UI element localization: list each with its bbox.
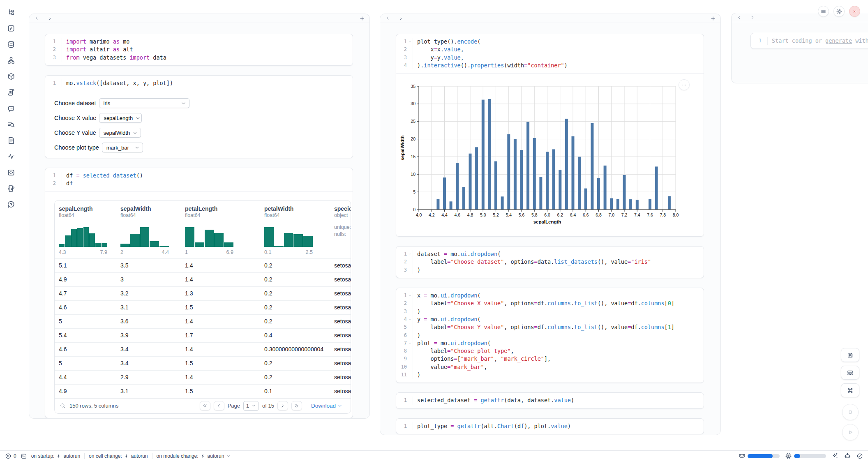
table-search-icon[interactable] bbox=[60, 403, 66, 409]
control-label: Choose X value bbox=[54, 115, 96, 121]
sidebar-functions-button[interactable] bbox=[7, 24, 15, 32]
sidebar-chat-button[interactable] bbox=[7, 104, 15, 113]
stop-button[interactable] bbox=[842, 404, 859, 420]
download-button[interactable]: Download bbox=[309, 402, 345, 409]
column-prev-button[interactable] bbox=[33, 15, 40, 22]
table-row[interactable]: 5.43.91.70.4setosa bbox=[55, 328, 351, 342]
column-histogram[interactable] bbox=[264, 221, 313, 247]
notebook-cell-plot-cell[interactable]: 1plot_type().encode(2 x=x.value,3 y=y.va… bbox=[396, 34, 704, 237]
code-editor[interactable]: 1x = mo.ui.dropdown(2 label="Choose X va… bbox=[396, 288, 704, 383]
sidebar-documentation-button[interactable] bbox=[7, 136, 15, 145]
run-all-button[interactable] bbox=[842, 424, 859, 440]
column-header[interactable]: sepalLengthfloat644.37.9 bbox=[59, 205, 120, 258]
sidebar-dependency-graph-button[interactable] bbox=[7, 56, 15, 65]
code-editor[interactable]: 1plot_type = getattr(alt.Chart(df), plot… bbox=[396, 419, 704, 434]
column-prev-button[interactable] bbox=[384, 15, 391, 22]
sidebar-packages-button[interactable] bbox=[7, 72, 15, 81]
sepal-bar-chart[interactable]: 4.04.24.44.64.85.05.25.45.65.86.06.26.46… bbox=[399, 77, 693, 232]
fold-slot[interactable] bbox=[407, 38, 413, 46]
plot-type-select[interactable]: mark_bar bbox=[102, 143, 143, 152]
notebook-cell-vstack-controls[interactable]: 1mo.vstack([dataset, x, y, plot])Choose … bbox=[45, 75, 353, 158]
table-row[interactable]: 4.931.40.2setosa bbox=[55, 272, 351, 286]
column-prev-button[interactable] bbox=[736, 14, 742, 21]
fold-slot bbox=[407, 46, 413, 53]
runtime-setting-1[interactable]: on cell change:autorun bbox=[89, 453, 148, 459]
column-header[interactable]: petalWidthfloat640.12.5 bbox=[264, 205, 334, 258]
page-select[interactable]: 1 bbox=[243, 401, 259, 411]
sidebar-scratchpad-button[interactable] bbox=[7, 184, 15, 193]
sidebar-profiler-button[interactable] bbox=[7, 152, 15, 161]
code-text: y=y.value, bbox=[413, 54, 704, 62]
table-row[interactable]: 4.93.11.50.1setosa bbox=[55, 384, 351, 398]
code-editor[interactable]: 1Start coding or generate with bbox=[751, 33, 868, 48]
table-row[interactable]: 4.73.21.30.2setosa bbox=[55, 286, 351, 300]
fold-slot[interactable] bbox=[407, 250, 413, 258]
code-editor[interactable]: 1import marimo as mo2import altair as al… bbox=[45, 34, 353, 65]
column-histogram[interactable] bbox=[185, 221, 233, 247]
notebook-cell-dataframe[interactable]: 1df = selected_dataset()2dfsepalLengthfl… bbox=[45, 168, 353, 418]
code-editor[interactable]: 1df = selected_dataset()2df bbox=[45, 168, 353, 191]
code-editor[interactable]: 1plot_type().encode(2 x=x.value,3 y=y.va… bbox=[396, 34, 704, 73]
keyboard-shortcuts-button[interactable] bbox=[841, 383, 859, 397]
fold-slot[interactable] bbox=[407, 316, 413, 323]
layout-toggle-button[interactable] bbox=[841, 366, 859, 380]
sidebar-help-button[interactable] bbox=[7, 201, 15, 209]
table-row[interactable]: 53.61.40.2setosa bbox=[55, 314, 351, 328]
prev-page-button[interactable] bbox=[214, 401, 224, 410]
sidebar-datasources-button[interactable] bbox=[7, 40, 15, 48]
dataset-select[interactable]: iris bbox=[99, 98, 189, 108]
x-value-select[interactable]: sepalLength bbox=[99, 113, 142, 123]
notebook-menu-button[interactable] bbox=[818, 6, 829, 17]
notebook-cell-selected-dataset[interactable]: 1selected_dataset = getattr(data, datase… bbox=[396, 392, 704, 408]
notebook-cell-dataset-dropdown[interactable]: 1dataset = mo.ui.dropdown(2 label="Choos… bbox=[396, 246, 704, 278]
chart-actions-button[interactable] bbox=[679, 79, 690, 90]
runtime-setting-2[interactable]: on module change:autorun bbox=[157, 453, 231, 459]
notebook-cell-xy-plot-dropdowns[interactable]: 1x = mo.ui.dropdown(2 label="Choose X va… bbox=[396, 288, 704, 383]
notebook-cell-new[interactable]: 1Start coding or generate with bbox=[750, 33, 868, 49]
code-editor[interactable]: 1dataset = mo.ui.dropdown(2 label="Choos… bbox=[396, 247, 704, 278]
sidebar-file-explorer-button[interactable] bbox=[7, 8, 15, 16]
table-row[interactable]: 4.63.11.50.2setosa bbox=[55, 300, 351, 314]
notebook-cell-imports[interactable]: 1import marimo as mo2import altair as al… bbox=[45, 34, 353, 66]
table-row[interactable]: 4.63.41.40.30000000000000004setosa bbox=[55, 342, 351, 356]
fold-slot[interactable] bbox=[407, 292, 413, 300]
settings-button[interactable] bbox=[833, 6, 845, 17]
add-cell-button[interactable] bbox=[359, 15, 365, 22]
first-page-button[interactable] bbox=[200, 401, 210, 410]
code-editor[interactable]: 1selected_dataset = getattr(data, datase… bbox=[396, 393, 704, 408]
select-caret-icon bbox=[132, 130, 138, 136]
copilot-button[interactable] bbox=[844, 452, 851, 460]
code-text: import marimo as mo bbox=[62, 38, 353, 46]
sidebar-snippets-button[interactable] bbox=[7, 168, 15, 177]
add-cell-button[interactable] bbox=[710, 15, 716, 22]
generate-with-ai-link[interactable]: generate bbox=[825, 37, 852, 44]
connection-status[interactable] bbox=[856, 453, 863, 459]
column-next-button[interactable] bbox=[749, 14, 755, 21]
column-next-button[interactable] bbox=[397, 15, 404, 22]
error-indicator[interactable]: 0 bbox=[5, 453, 16, 459]
notebook-cell-plot-type[interactable]: 1plot_type = getattr(alt.Chart(df), plot… bbox=[396, 418, 704, 434]
shutdown-button[interactable] bbox=[849, 6, 860, 17]
table-row[interactable]: 4.42.91.40.2setosa bbox=[55, 370, 351, 384]
last-page-button[interactable] bbox=[291, 401, 302, 410]
column-next-button[interactable] bbox=[46, 15, 53, 22]
ai-assist-button[interactable] bbox=[831, 452, 838, 459]
column-header[interactable]: sepalWidthfloat6424.4 bbox=[120, 205, 185, 258]
terminal-toggle-button[interactable] bbox=[21, 453, 27, 459]
table-row[interactable]: 53.41.50.2setosa bbox=[55, 356, 351, 370]
sidebar-logs-button[interactable] bbox=[7, 88, 15, 97]
column-histogram[interactable] bbox=[120, 221, 169, 247]
y-value-select[interactable]: sepalWidth bbox=[99, 128, 141, 138]
runtime-setting-0[interactable]: on startup:autorun bbox=[31, 453, 80, 459]
tracing-icon bbox=[7, 120, 15, 129]
fold-slot[interactable] bbox=[407, 339, 413, 347]
next-page-button[interactable] bbox=[277, 401, 288, 410]
svg-text:6.6: 6.6 bbox=[583, 212, 589, 217]
column-header[interactable]: speciesobjectunique:nulls: bbox=[334, 205, 351, 258]
column-header[interactable]: petalLengthfloat6416.9 bbox=[185, 205, 264, 258]
save-button[interactable] bbox=[841, 348, 859, 362]
sidebar-tracing-button[interactable] bbox=[7, 120, 15, 129]
table-row[interactable]: 5.13.51.40.2setosa bbox=[55, 258, 351, 272]
column-histogram[interactable] bbox=[59, 221, 107, 247]
code-editor[interactable]: 1mo.vstack([dataset, x, y, plot]) bbox=[45, 76, 353, 91]
